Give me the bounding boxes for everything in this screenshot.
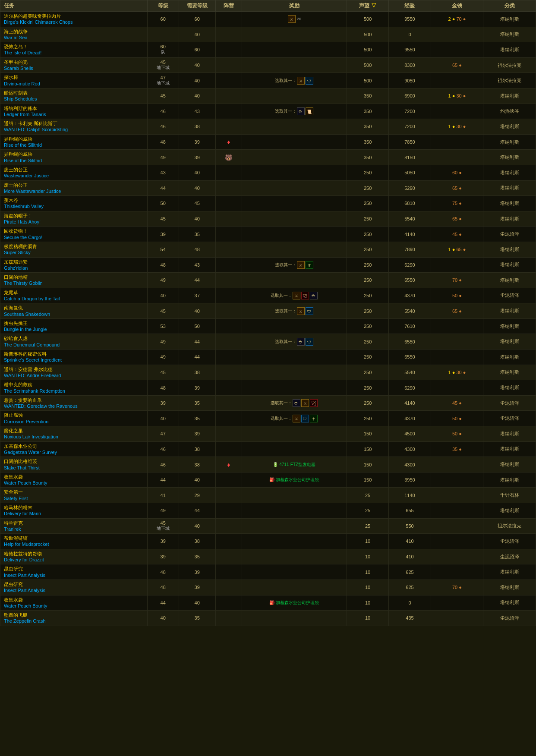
category-cell: 塔纳利斯 [483, 273, 536, 288]
money-cell: 65 ● [431, 57, 483, 73]
money-cell: 50 ● [431, 426, 483, 442]
level-value: 49 [161, 339, 166, 344]
category-cell: 尘泥沼泽 [483, 227, 536, 242]
quest-name-english: Delivery for Marin [4, 510, 145, 517]
category-cell: 塔纳利斯 [483, 503, 536, 519]
table-row: 安全第一 Safety First 41 29 25 1140 千针石林 [0, 488, 536, 503]
req-level-cell: 44 [179, 503, 215, 519]
quest-name-english: Ledger from Tanaris [4, 111, 145, 117]
reward-cell [242, 165, 347, 180]
req-level-cell: 35 [179, 611, 215, 626]
faction-cell [215, 380, 242, 396]
rep-cell: 500 [347, 73, 388, 88]
rep-cell: 250 [347, 334, 388, 350]
category-cell: 尘泥沼泽 [483, 611, 536, 626]
rep-cell: 500 [347, 42, 388, 58]
rep-cell: 250 [347, 350, 388, 365]
money-cell [431, 503, 483, 519]
req-level-cell: 40 [179, 165, 215, 180]
req-level-cell: 44 [179, 350, 215, 365]
category-cell: 尘泥沼泽 [483, 534, 536, 549]
sort-arrow: ▽ [371, 3, 376, 9]
faction-cell [215, 165, 242, 180]
reward-cell [242, 242, 347, 257]
quest-name-chinese: 口渴的比格维茨 [4, 458, 145, 464]
quest-name-english: Tran'rek [4, 526, 145, 532]
level-value: 44 [161, 186, 166, 191]
req-level-cell: 39 [179, 580, 215, 595]
item-icon: 🛡 [306, 307, 313, 315]
req-level-cell: 40 [179, 211, 215, 227]
quest-name-chinese: 加茲瑞迪安 [4, 259, 145, 265]
rep-cell: 150 [347, 457, 388, 472]
money-cell [431, 488, 483, 503]
level-cell: 44 [147, 180, 179, 196]
quest-name-cell: 探水棒 Divino-matic Rod [0, 73, 148, 88]
quest-name-english: Rise of the Silithid [4, 142, 145, 148]
quest-name-english: The Thirsty Goblin [4, 280, 145, 286]
rep-cell: 250 [347, 380, 388, 396]
reward-cell [242, 518, 347, 534]
category-label: 塔纳利斯 [500, 339, 519, 344]
reward-cell [242, 380, 347, 396]
category-label: 祖尔法拉克 [498, 78, 521, 83]
item-icon: 🏹 [301, 292, 309, 299]
req-level-cell: 35 [179, 549, 215, 564]
table-row: 废士的公正 More Wastewander Justice 44 40 250… [0, 180, 536, 196]
table-row: 塔纳利斯的账本 Ledger from Tanaris 46 43 选取其一：⛑… [0, 104, 536, 119]
choose-text: 选取其一： [275, 78, 296, 83]
category-label: 祖尔法拉克 [498, 63, 521, 68]
level-sub: 地下城 [150, 80, 176, 86]
exp-cell: 6290 [389, 257, 431, 273]
exp-cell: 8150 [389, 150, 431, 165]
level-cell: 46 [147, 457, 179, 472]
faction-icon: ♦ [227, 139, 230, 145]
money-cell: 65 ● [431, 303, 483, 319]
exp-cell: 5540 [389, 365, 431, 380]
req-level-cell: 43 [179, 104, 215, 119]
level-cell: 48 [147, 580, 179, 595]
quest-name-english: Insect Part Analysis [4, 572, 145, 578]
category-cell: 塔纳利斯 [483, 165, 536, 180]
quest-name-cell: 昆虫研究 Insect Part Analysis [0, 564, 148, 580]
reward-cell [242, 211, 347, 227]
reward-cell: 选取其一：⛑⚔🏹 [242, 395, 347, 411]
item-icon: ⚔ [293, 292, 300, 299]
table-row: 哈马林的粉末 Delivery for Marin 49 44 25 655 塔… [0, 503, 536, 519]
faction-cell [215, 119, 242, 135]
reward-cell: 🎒 加基森水业公司护理袋 [242, 595, 347, 611]
reward-cell [242, 57, 347, 73]
rep-cell: 250 [347, 303, 388, 319]
money-cell [431, 42, 483, 58]
money-cell [431, 27, 483, 42]
reward-cell: 选取其一：⛑🛡 [242, 334, 347, 350]
reward-cell [242, 273, 347, 288]
level-cell: 45 [147, 211, 179, 227]
table-row: 昆虫研究 Insect Part Analysis 48 39 10 625 塔… [0, 564, 536, 580]
req-level-cell: 39 [179, 564, 215, 580]
quest-name-english: Wastewander Justice [4, 173, 145, 179]
quest-name-chinese: 坠毁的飞艇 [4, 612, 145, 618]
level-value: 48 [161, 570, 166, 575]
category-label: 塔纳利斯 [500, 354, 519, 359]
rep-cell: 25 [347, 488, 388, 503]
exp-cell: 5290 [389, 180, 431, 196]
category-cell: 塔纳利斯 [483, 88, 536, 104]
exp-cell: 7890 [389, 242, 431, 257]
table-row: 通缉：卡利夫·斯科比斯丁 WANTED: Caliph Scorpidsting… [0, 119, 536, 135]
quest-name-chinese: 异种蝎的威胁 [4, 136, 145, 142]
quest-name-chinese: 磨化之巢 [4, 428, 145, 434]
quest-name-chinese: 通缉：安德雷·弗尔比德 [4, 366, 145, 372]
reward-cell [242, 549, 347, 564]
exp-cell: 550 [389, 518, 431, 534]
quest-name-cell: 阻止腐蚀 Corrosion Prevention [0, 411, 148, 426]
req-level-cell: 37 [179, 288, 215, 303]
rep-cell: 500 [347, 27, 388, 42]
category-cell: 塔纳利斯 [483, 150, 536, 165]
table-row: 帮助泥链镐 Help for Mudsprocket 39 38 10 410 … [0, 534, 536, 549]
req-level-cell: 38 [179, 457, 215, 472]
level-value: 44 [161, 477, 166, 482]
req-level-cell: 40 [179, 595, 215, 611]
category-label: 尘泥沼泽 [500, 293, 519, 298]
rep-cell: 250 [347, 242, 388, 257]
